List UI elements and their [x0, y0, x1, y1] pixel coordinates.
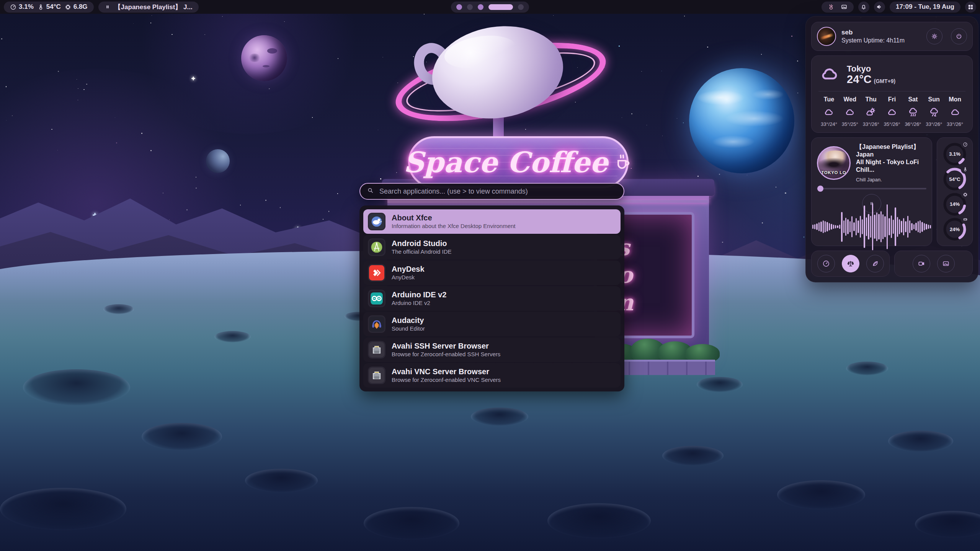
weather-temp: 24°C(GMT+9) — [847, 73, 895, 85]
viz-bar — [880, 211, 882, 242]
forecast-temps: 33°/26° — [863, 121, 879, 127]
viz-bar — [930, 225, 931, 228]
stat-value: 6.8G — [74, 3, 88, 11]
notifications-button[interactable] — [858, 2, 869, 13]
gear-icon — [931, 33, 938, 40]
anydesk-app-icon — [368, 264, 385, 282]
search-icon — [367, 187, 374, 196]
viz-bar — [882, 214, 884, 239]
viz-bar — [920, 220, 921, 233]
performance-profile-button[interactable] — [817, 255, 835, 272]
suncloud-weather-icon — [865, 106, 877, 118]
workspace-indicator — [451, 2, 529, 13]
balanced-profile-button[interactable] — [842, 255, 859, 272]
viz-bar — [818, 222, 820, 231]
settings-button[interactable] — [926, 28, 942, 44]
seek-handle[interactable] — [817, 186, 823, 192]
viz-bar — [841, 212, 842, 242]
small-moon — [206, 149, 230, 173]
forecast-temps: 33°/24° — [821, 121, 837, 127]
storm-icon — [928, 106, 940, 118]
neon-sign-text: Space Coffee — [403, 146, 608, 179]
weather-card: Tokyo 24°C(GMT+9) Tue33°/24°Wed35°/25°Th… — [811, 55, 973, 133]
disk-icon — [963, 217, 968, 222]
viz-bar — [858, 220, 859, 233]
camera-icon — [918, 260, 925, 267]
widgets-toggle-button[interactable] — [965, 2, 976, 13]
app-item-avahi-ssh-server-browser[interactable]: Avahi SSH Server BrowserBrowse for Zeroc… — [363, 337, 621, 362]
stat-chip: 6.8G — [65, 3, 88, 11]
viz-bar — [915, 223, 916, 231]
screen-record-button[interactable] — [913, 255, 930, 272]
neon-sign: Space Coffee — [408, 136, 629, 188]
topbar-right: 17:09 - Tue, 19 Aug — [822, 2, 976, 13]
workspace-dot-1[interactable] — [456, 4, 462, 10]
viz-bar — [905, 221, 906, 232]
forecast-day-label: Mon — [949, 96, 961, 103]
app-title: Arduino IDE v2 — [392, 290, 446, 299]
viz-bar — [907, 216, 908, 238]
viz-bar — [884, 216, 885, 237]
power-button[interactable] — [951, 28, 967, 44]
viz-bar — [862, 219, 863, 234]
powersave-profile-button[interactable] — [866, 255, 884, 272]
workspace-dot-5[interactable] — [518, 4, 524, 10]
viz-bar — [825, 221, 826, 233]
earth-planet — [689, 68, 794, 173]
viz-bar — [928, 225, 929, 229]
cloud-weather-icon — [949, 106, 961, 118]
app-item-arduino-ide-v2[interactable]: Arduino IDE v2Arduino IDE v2 — [363, 286, 621, 311]
system-stats-pill[interactable]: 3.1%54°C6.8G — [4, 2, 94, 13]
forecast-temps: 33°/26° — [926, 121, 942, 127]
app-description: Information about the Xfce Desktop Envir… — [392, 223, 516, 230]
tray-app-2-icon[interactable] — [841, 3, 848, 10]
viz-bar — [870, 216, 871, 238]
app-item-about-xfce[interactable]: About XfceInformation about the Xfce Des… — [363, 209, 621, 234]
search-bar — [359, 183, 624, 200]
tray-app-1-icon[interactable] — [828, 3, 835, 10]
viz-bar — [831, 224, 832, 230]
workspace-dot-2[interactable] — [467, 4, 473, 10]
volume-button[interactable] — [874, 2, 885, 13]
xfce-app-icon — [368, 213, 385, 230]
weather-forecast: Tue33°/24°Wed35°/25°Thu33°/26°Fri35°/26°… — [818, 91, 966, 128]
viz-bar — [872, 203, 873, 250]
screenshot-button[interactable] — [937, 255, 955, 272]
workspace-dot-4[interactable] — [488, 4, 513, 10]
speedometer-icon — [822, 260, 830, 267]
app-title: AnyDesk — [392, 265, 425, 273]
clock[interactable]: 17:09 - Tue, 19 Aug — [890, 2, 960, 13]
gauge-value: 3.1% — [949, 151, 960, 157]
search-input[interactable] — [379, 187, 617, 196]
panel-footer — [811, 251, 973, 277]
speedometer-gauge-icon — [961, 140, 969, 148]
workspace-dot-3[interactable] — [478, 4, 483, 10]
viz-bar — [891, 215, 892, 238]
app-description: Browse for Zeroconf-enabled VNC Servers — [392, 377, 501, 383]
forecast-day-label: Sat — [908, 96, 918, 103]
storm-weather-icon — [928, 106, 940, 118]
cloud-weather-icon — [823, 106, 835, 118]
viz-bar — [901, 221, 902, 233]
seek-bar[interactable] — [817, 188, 926, 189]
app-description: Browse for Zeroconf-enabled SSH Servers — [392, 351, 500, 358]
app-item-audacity[interactable]: AudacitySound Editor — [363, 312, 621, 336]
viz-bar — [823, 220, 824, 233]
star-sparkle — [191, 77, 195, 80]
forecast-day-label: Tue — [824, 96, 834, 103]
forecast-temps: 36°/26° — [905, 121, 921, 127]
app-item-anydesk[interactable]: AnyDeskAnyDesk — [363, 261, 621, 285]
app-launcher: About XfceInformation about the Xfce Des… — [359, 183, 624, 391]
arduino-app-icon — [368, 290, 385, 307]
gauge-disk: 24% — [941, 217, 969, 242]
now-playing-pill[interactable]: 【Japanese Playlist】 J... — [98, 2, 199, 13]
chip-gauge-icon — [961, 190, 969, 199]
rain-icon — [907, 106, 919, 118]
app-item-android-studio[interactable]: Android StudioThe official Android IDE — [363, 235, 621, 259]
app-item-avahi-vnc-server-browser[interactable]: Avahi VNC Server BrowserBrowse for Zeroc… — [363, 363, 621, 388]
now-playing-text: 【Japanese Playlist】 J... — [114, 3, 193, 11]
scales-icon — [847, 260, 854, 267]
viz-bar — [878, 214, 879, 240]
speedometer-icon — [10, 4, 16, 10]
viz-bar — [849, 221, 851, 232]
